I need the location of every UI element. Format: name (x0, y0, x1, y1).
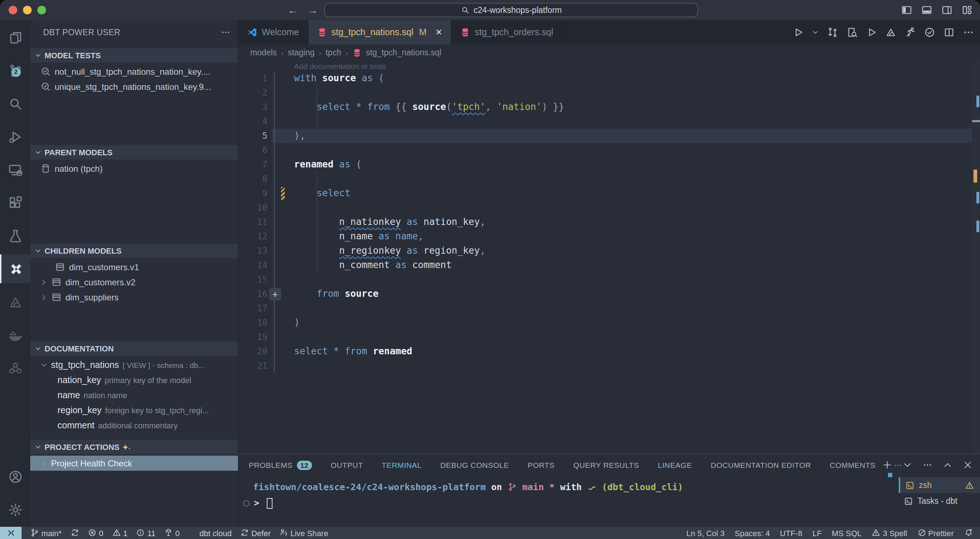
code-line[interactable]: 19 (239, 330, 980, 344)
status-sync[interactable] (70, 529, 79, 537)
close-window-button[interactable] (9, 6, 17, 14)
activity-item-gear[interactable] (0, 495, 30, 524)
status-eol[interactable]: LF (813, 529, 822, 537)
chevron-down-icon[interactable] (812, 29, 819, 36)
compare-icon[interactable] (827, 27, 838, 38)
terminal-instance-tasks-dbt[interactable]: Tasks - dbt (899, 493, 980, 509)
status-ports[interactable]: 0 (164, 529, 180, 537)
tab-welcome[interactable]: Welcome (239, 20, 309, 45)
status-language-mode[interactable]: MS SQL (832, 529, 862, 537)
section-header-model-tests[interactable]: MODEL TESTS (30, 48, 238, 62)
play-icon[interactable] (792, 27, 804, 38)
doc-field-row[interactable]: commentadditional commentary (30, 418, 238, 432)
code-line[interactable]: 6 (239, 143, 980, 157)
layout-sidebar-icon[interactable] (901, 4, 912, 16)
breadcrumb-item[interactable]: stg_tpch_nations.sql (366, 48, 441, 57)
status-warnings[interactable]: 1 (112, 529, 127, 537)
panel-tab-debug-console[interactable]: DEBUG CONSOLE (441, 461, 509, 469)
play-icon[interactable] (865, 27, 877, 38)
code-line[interactable]: 4 (239, 114, 980, 129)
dbt-run-icon[interactable] (885, 27, 897, 38)
tab-stg-tpch-nations-sql[interactable]: stg_tpch_nations.sqlM✕ (309, 20, 452, 45)
activity-item-account[interactable] (0, 462, 30, 491)
terminal-prompt[interactable]: > (253, 496, 683, 510)
panel-tab-lineage[interactable]: LINEAGE (658, 461, 692, 469)
section-header-project-actions[interactable]: PROJECT ACTIONS✦˖ (30, 440, 238, 454)
status-defer[interactable]: Defer (240, 529, 271, 537)
breadcrumb-item[interactable]: staging (288, 48, 315, 57)
code-line[interactable]: 14 n_comment as comment (239, 258, 980, 272)
panel-tab-output[interactable]: OUTPUT (331, 461, 363, 469)
code-line[interactable]: 21 (239, 359, 980, 373)
activity-item-dbt-power-user[interactable] (0, 254, 30, 283)
back-button[interactable]: ← (288, 4, 298, 16)
section-header-parent-models[interactable]: PARENT MODELS (30, 145, 238, 159)
code-line[interactable]: 12 n_name as name, (239, 229, 980, 243)
close-tab-icon[interactable]: ✕ (435, 27, 442, 37)
code-line[interactable]: 17 (239, 301, 980, 315)
panel-tab-terminal[interactable]: TERMINAL (382, 461, 422, 469)
panel-tab-query-results[interactable]: QUERY RESULTS (573, 461, 639, 469)
code-line[interactable]: 2 (239, 86, 980, 100)
layout-panel-icon[interactable] (921, 4, 932, 16)
code-line[interactable]: 7renamed as ( (239, 157, 980, 172)
activity-item-beaker[interactable] (0, 221, 30, 250)
plus-icon[interactable] (882, 460, 892, 470)
code-line[interactable]: 9 select (239, 186, 980, 200)
code-editor[interactable]: Add documentation or tests 1with source … (239, 60, 980, 453)
status-spell[interactable]: 3 Spell (872, 529, 907, 537)
status-cursor-position[interactable]: Ln 5, Col 3 (686, 529, 724, 537)
chevron-up-icon[interactable] (943, 460, 953, 470)
sidebar-item-not-null-stg-tpch-nations-nati[interactable]: not_null_stg_tpch_nations_nation_key.... (30, 64, 238, 79)
forward-button[interactable]: → (308, 4, 318, 16)
activity-item-docker[interactable] (0, 321, 30, 349)
code-line[interactable]: 5), (239, 129, 980, 143)
terminal-output[interactable]: fishtown/coalesce-24/c24-workshops-platf… (253, 480, 683, 510)
tab-stg-tpch-orders-sql[interactable]: stg_tpch_orders.sql (452, 20, 563, 45)
breadcrumb-item[interactable]: tpch (326, 48, 342, 57)
chevron-down-icon[interactable] (902, 460, 912, 470)
status-indentation[interactable]: Spaces: 4 (735, 529, 770, 537)
customize-layout-icon[interactable] (961, 4, 973, 16)
doc-field-row[interactable]: namenation name (30, 387, 238, 402)
activity-item-extensions[interactable] (0, 188, 30, 217)
sidebar-item-nation-tpch-[interactable]: nation (tpch) (30, 161, 238, 176)
status-errors[interactable]: 0 (88, 529, 103, 537)
ellipsis-icon[interactable] (963, 27, 974, 38)
code-line[interactable]: 13 n_regionkey as region_key, (239, 243, 980, 258)
check-circle-icon[interactable] (924, 27, 935, 38)
status-branch[interactable]: main* (30, 529, 62, 537)
panel-tab-ports[interactable]: PORTS (528, 461, 555, 469)
zoom-window-button[interactable] (37, 6, 46, 14)
panel-tab-documentation-editor[interactable]: DOCUMENTATION EDITOR (711, 461, 811, 469)
status-infos[interactable]: 11 (136, 529, 156, 537)
layout-secondary-sidebar-icon[interactable] (941, 4, 953, 16)
code-line[interactable]: 18) (239, 315, 980, 330)
overview-ruler[interactable] (972, 60, 980, 453)
minimize-window-button[interactable] (23, 6, 32, 14)
status-live-share[interactable]: Live Share (279, 529, 328, 537)
section-header-children-models[interactable]: CHILDREN MODELS (30, 243, 238, 258)
activity-item-files[interactable] (0, 23, 30, 52)
terminal-instance-zsh[interactable]: zsh (899, 477, 980, 493)
file-search-icon[interactable] (846, 27, 858, 38)
code-line[interactable]: 1with source as ( (239, 71, 980, 86)
code-line[interactable]: 11 n_nationkey as nation_key, (239, 215, 980, 229)
codelens-hint[interactable]: Add documentation or tests (294, 62, 386, 70)
breadcrumb[interactable]: models›staging›tpch›stg_tpch_nations.sql (239, 45, 980, 60)
code-line[interactable]: 8 (239, 172, 980, 186)
activity-item-source-control[interactable]: 2 (0, 56, 30, 85)
runner-icon[interactable] (905, 27, 916, 38)
status-dbt-cloud[interactable]: dbt cloud (188, 529, 232, 537)
panel-tab-problems[interactable]: PROBLEMS12 (249, 460, 312, 470)
doc-field-row[interactable]: region_keyforeign key to stg_tpch_regi..… (30, 402, 238, 418)
sidebar-more-actions-icon[interactable] (221, 27, 231, 37)
split-editor-icon[interactable] (943, 27, 955, 38)
ellipsis-icon[interactable] (923, 460, 932, 470)
activity-item-remote-explorer[interactable] (0, 155, 30, 184)
code-line[interactable]: 16 from source (239, 287, 980, 301)
code-line[interactable]: 20select * from renamed (239, 344, 980, 359)
remote-indicator[interactable] (0, 527, 22, 539)
add-line-button[interactable]: + (269, 288, 281, 300)
code-line[interactable]: 10 (239, 200, 980, 215)
